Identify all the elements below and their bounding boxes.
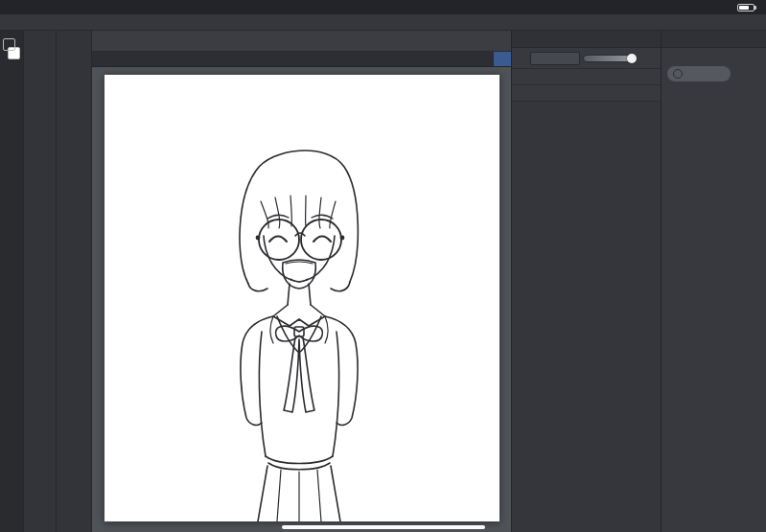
updown-icon bbox=[569, 54, 576, 63]
color-chips bbox=[3, 38, 20, 63]
layer-property-icon bbox=[677, 34, 687, 44]
clip-studio-screen bbox=[0, 0, 766, 532]
commandbar-more-button[interactable] bbox=[488, 33, 505, 50]
color-dot-icon bbox=[673, 69, 683, 79]
layer-buttons-row-1 bbox=[512, 69, 661, 85]
menu-bar bbox=[0, 14, 766, 31]
status-right bbox=[717, 2, 754, 12]
layer-controls bbox=[512, 48, 661, 69]
battery-icon bbox=[737, 4, 754, 12]
slider-knob[interactable] bbox=[627, 54, 637, 63]
layer-buttons-row-2 bbox=[512, 85, 661, 102]
tool-palette bbox=[0, 31, 23, 532]
layer-panel-icon bbox=[527, 34, 538, 44]
layer-list bbox=[512, 102, 661, 532]
property-panel-header bbox=[662, 31, 766, 48]
document-tab-bar bbox=[92, 52, 511, 67]
property-panel-body bbox=[662, 48, 766, 86]
main-content bbox=[0, 31, 766, 532]
canvas-drawing bbox=[104, 75, 499, 521]
drag-dots-icon[interactable] bbox=[665, 34, 674, 45]
subtool-palette bbox=[23, 31, 56, 532]
layer-panel-header bbox=[512, 31, 661, 48]
layer-property-panel bbox=[661, 31, 766, 532]
chevron-down-icon bbox=[498, 55, 507, 64]
drag-dots-icon[interactable] bbox=[516, 34, 524, 45]
tool-property-palette bbox=[56, 31, 91, 532]
layer-panel bbox=[511, 31, 661, 532]
wifi-icon bbox=[717, 2, 728, 12]
opacity-slider[interactable] bbox=[583, 55, 637, 62]
blend-icon bbox=[516, 53, 527, 64]
document-area bbox=[91, 31, 511, 532]
workspace-grid-icon[interactable] bbox=[8, 17, 18, 28]
canvas-area bbox=[92, 67, 511, 532]
home-indicator[interactable] bbox=[282, 525, 485, 529]
command-bar bbox=[92, 31, 511, 52]
main-color-swatch[interactable] bbox=[3, 38, 15, 51]
tab-list-button[interactable] bbox=[494, 52, 511, 66]
status-bar bbox=[0, 0, 766, 14]
chevron-down-icon bbox=[491, 35, 503, 47]
blend-mode-select[interactable] bbox=[530, 52, 580, 65]
tabs bbox=[92, 52, 494, 66]
expression-color-button[interactable] bbox=[667, 66, 731, 81]
canvas[interactable] bbox=[104, 75, 499, 521]
